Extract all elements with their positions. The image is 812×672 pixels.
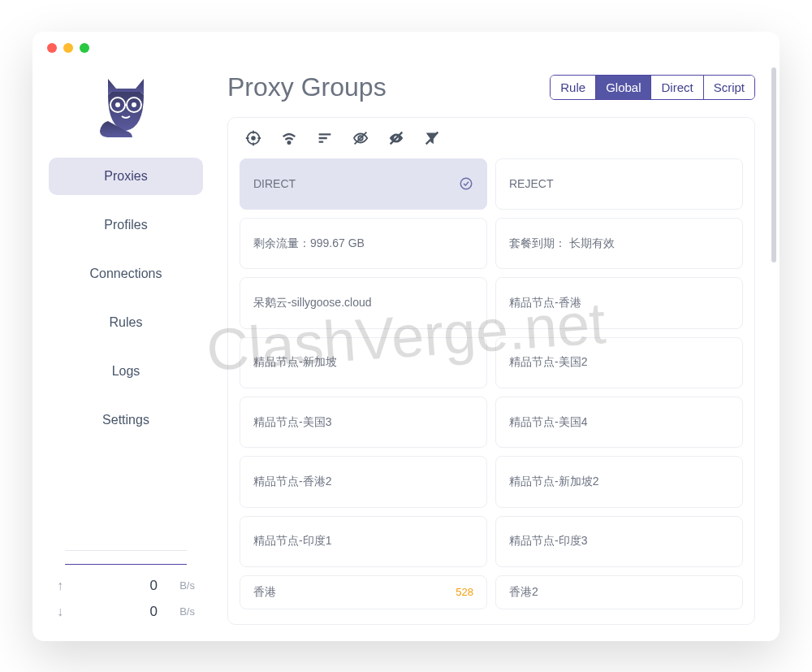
- proxy-label: 精品节点-美国3: [253, 415, 331, 430]
- proxy-label: 套餐到期： 长期有效: [509, 236, 615, 251]
- proxy-label: 香港: [253, 585, 276, 600]
- proxy-label: REJECT: [509, 177, 553, 190]
- proxy-label: 精品节点-新加坡2: [509, 475, 598, 489]
- svg-point-15: [460, 178, 472, 189]
- proxy-grid: DIRECT REJECT 剩余流量：999.67 GB 套餐到期： 长期有效 …: [228, 158, 754, 621]
- proxy-card-reject[interactable]: REJECT: [495, 158, 743, 210]
- visibility-off-icon[interactable]: [352, 129, 369, 147]
- app-logo: [49, 72, 203, 141]
- content-area: Proxies Profiles Connections Rules Logs …: [32, 64, 780, 641]
- proxy-label: 精品节点-美国2: [509, 355, 587, 370]
- titlebar: [32, 32, 780, 64]
- nav-connections[interactable]: Connections: [49, 255, 203, 293]
- window-close-button[interactable]: [47, 43, 57, 53]
- tab-label: Rule: [560, 80, 585, 94]
- nav-logs[interactable]: Logs: [49, 353, 203, 390]
- app-window: Proxies Profiles Connections Rules Logs …: [32, 32, 780, 641]
- check-circle-icon: [459, 176, 473, 191]
- download-unit: B/s: [166, 605, 195, 618]
- proxy-label: 精品节点-香港2: [253, 475, 331, 489]
- tab-label: Script: [714, 80, 745, 94]
- toolbar: [228, 118, 754, 158]
- proxy-label: 呆鹅云-sillygoose.cloud: [253, 296, 372, 310]
- proxy-card[interactable]: 精品节点-印度1: [240, 516, 487, 567]
- divider-accent: [65, 564, 187, 565]
- mode-tab-rule[interactable]: Rule: [551, 76, 596, 99]
- scrollbar[interactable]: [771, 67, 776, 262]
- nav-list: Proxies Profiles Connections Rules Logs …: [49, 158, 203, 542]
- window-maximize-button[interactable]: [80, 43, 89, 53]
- tab-label: Direct: [661, 80, 693, 94]
- mode-tab-direct[interactable]: Direct: [651, 76, 703, 99]
- eye-off-icon[interactable]: [387, 129, 405, 147]
- proxy-card[interactable]: 精品节点-印度3: [495, 516, 743, 567]
- svg-point-3: [115, 102, 120, 107]
- nav-rules[interactable]: Rules: [49, 304, 203, 341]
- download-arrow-icon: ↓: [57, 605, 76, 619]
- nav-settings[interactable]: Settings: [49, 401, 203, 439]
- wifi-speed-icon[interactable]: [280, 129, 298, 147]
- tab-label: Global: [606, 80, 641, 94]
- nav-label: Logs: [112, 364, 140, 378]
- svg-point-5: [251, 136, 256, 141]
- window-minimize-button[interactable]: [63, 43, 73, 53]
- header: Proxy Groups Rule Global Direct Script: [227, 72, 755, 102]
- proxy-card[interactable]: 精品节点-香港2: [240, 456, 487, 507]
- proxy-card[interactable]: 精品节点-美国2: [495, 337, 743, 388]
- proxy-card[interactable]: 精品节点-美国4: [495, 397, 743, 448]
- traffic-stats: ↑ 0 B/s ↓ 0 B/s: [49, 573, 203, 625]
- proxy-card[interactable]: 呆鹅云-sillygoose.cloud: [240, 277, 487, 328]
- upload-row: ↑ 0 B/s: [57, 573, 195, 599]
- nav-label: Proxies: [104, 169, 147, 183]
- upload-value: 0: [76, 578, 166, 594]
- proxy-card[interactable]: 精品节点-美国3: [240, 397, 487, 448]
- mode-tab-global[interactable]: Global: [596, 76, 651, 99]
- proxy-card[interactable]: 香港2: [495, 575, 743, 609]
- mode-tabs: Rule Global Direct Script: [550, 75, 755, 100]
- proxy-card[interactable]: 精品节点-新加坡: [240, 337, 487, 388]
- cat-logo-icon: [93, 72, 158, 141]
- mode-tab-script[interactable]: Script: [704, 76, 754, 99]
- proxy-card[interactable]: 精品节点-香港: [495, 277, 743, 328]
- sort-icon[interactable]: [316, 129, 334, 147]
- proxy-card[interactable]: 剩余流量：999.67 GB: [240, 218, 487, 269]
- proxy-label: 精品节点-印度3: [509, 534, 587, 548]
- proxy-card[interactable]: 香港 528: [240, 575, 487, 609]
- proxy-label: 香港2: [509, 585, 538, 600]
- upload-unit: B/s: [166, 579, 195, 592]
- svg-point-4: [132, 102, 136, 107]
- divider: [65, 550, 187, 551]
- filter-off-icon[interactable]: [423, 129, 441, 147]
- proxy-label: DIRECT: [253, 177, 296, 190]
- nav-proxies[interactable]: Proxies: [49, 158, 203, 195]
- proxy-label: 精品节点-新加坡: [253, 355, 337, 370]
- proxy-label: 精品节点-美国4: [509, 415, 587, 430]
- upload-arrow-icon: ↑: [57, 579, 76, 593]
- proxy-card-direct[interactable]: DIRECT: [240, 158, 487, 210]
- download-value: 0: [76, 604, 166, 620]
- download-row: ↓ 0 B/s: [57, 599, 195, 625]
- proxy-panel: DIRECT REJECT 剩余流量：999.67 GB 套餐到期： 长期有效 …: [227, 117, 755, 625]
- proxy-card[interactable]: 套餐到期： 长期有效: [495, 218, 743, 269]
- nav-profiles[interactable]: Profiles: [49, 206, 203, 244]
- proxy-label: 剩余流量：999.67 GB: [253, 236, 365, 251]
- nav-label: Connections: [90, 267, 162, 280]
- page-title: Proxy Groups: [227, 72, 387, 102]
- nav-label: Settings: [102, 413, 149, 427]
- proxy-label: 精品节点-印度1: [253, 534, 331, 548]
- latency-value: 528: [456, 586, 473, 598]
- location-icon[interactable]: [244, 129, 262, 147]
- main-panel: Proxy Groups Rule Global Direct Script: [219, 64, 780, 641]
- proxy-label: 精品节点-香港: [509, 296, 581, 310]
- proxy-card[interactable]: 精品节点-新加坡2: [495, 456, 743, 507]
- sidebar: Proxies Profiles Connections Rules Logs …: [32, 64, 219, 641]
- nav-label: Rules: [110, 315, 143, 329]
- svg-point-7: [288, 141, 291, 144]
- nav-label: Profiles: [104, 218, 147, 232]
